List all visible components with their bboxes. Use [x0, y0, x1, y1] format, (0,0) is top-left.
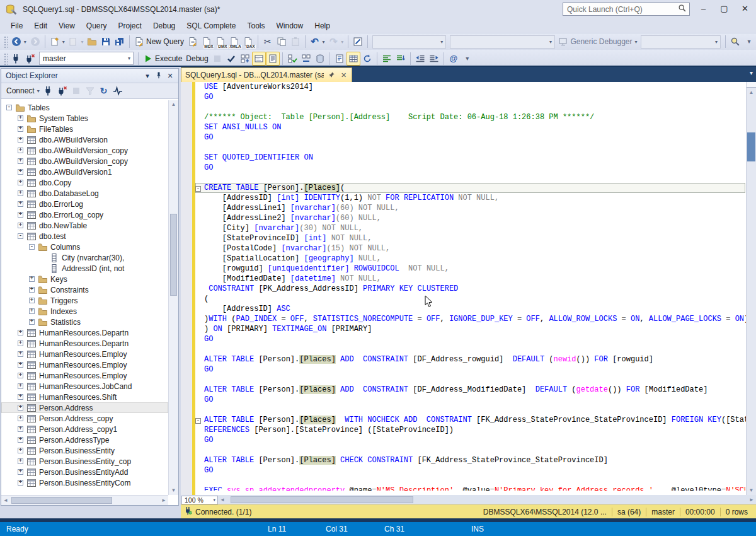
tree-item-keys[interactable]: +Keys: [1, 274, 168, 284]
tree-item-person-address-copy[interactable]: +Person.Address_copy: [1, 413, 168, 424]
expand-icon[interactable]: +: [29, 276, 35, 282]
tree-item-dbo-test[interactable]: -dbo.test: [1, 231, 168, 242]
specify-values-icon[interactable]: [238, 52, 252, 66]
expand-icon[interactable]: +: [18, 373, 23, 378]
collapse-icon[interactable]: -: [29, 244, 35, 250]
live-stats-icon[interactable]: [299, 52, 313, 66]
code-line[interactable]: -CREATE TABLE [Person].[Places](: [195, 183, 745, 193]
tree-item-dbo-errorlog-copy[interactable]: +dbo.ErrorLog_copy: [1, 209, 168, 220]
scroll-up-icon[interactable]: ▲: [747, 88, 756, 97]
code-line[interactable]: [195, 344, 745, 354]
collapse-region-icon[interactable]: -: [195, 186, 201, 192]
expand-icon[interactable]: +: [18, 383, 23, 389]
expand-icon[interactable]: +: [18, 394, 23, 400]
generic-debugger-button[interactable]: Generic Debugger▾: [557, 35, 639, 49]
expand-icon[interactable]: +: [18, 330, 23, 335]
expand-icon[interactable]: +: [18, 405, 23, 411]
expand-icon[interactable]: +: [18, 148, 23, 153]
code-line[interactable]: GO: [195, 132, 745, 143]
code-line[interactable]: CONSTRAINT [PK_Address_AddressID] PRIMAR…: [195, 284, 745, 294]
mdx-query-icon[interactable]: MDX: [200, 35, 214, 49]
code-line[interactable]: [195, 445, 745, 455]
code-line[interactable]: GO: [195, 395, 745, 405]
decrease-indent-icon[interactable]: [413, 52, 427, 66]
results-to-grid-icon[interactable]: [346, 52, 360, 66]
actual-plan-icon[interactable]: [252, 52, 266, 66]
expand-icon[interactable]: +: [18, 223, 23, 228]
tree-item-person-businessentityadd[interactable]: +Person.BusinessEntityAdd: [1, 467, 168, 477]
tree-item-statistics[interactable]: +Statistics: [1, 317, 168, 327]
tree-item-person-addresstype[interactable]: +Person.AddressType: [1, 434, 168, 445]
filter-icon[interactable]: [83, 84, 97, 98]
tree-item-humanresources-employ[interactable]: +HumanResources.Employ: [1, 370, 168, 381]
expand-icon[interactable]: +: [18, 201, 23, 207]
menu-item-sql-complete[interactable]: SQL Complete: [181, 19, 241, 33]
activity-monitor-icon[interactable]: [111, 84, 125, 98]
database-combo[interactable]: master▾: [39, 52, 134, 65]
menu-item-tools[interactable]: Tools: [242, 19, 271, 33]
scroll-down-icon[interactable]: ▼: [747, 486, 756, 495]
toolbar-combo-2[interactable]: ▾: [450, 35, 555, 49]
code-line[interactable]: (: [195, 294, 745, 304]
tree-item-humanresources-employ[interactable]: +HumanResources.Employ: [1, 359, 168, 370]
code-line[interactable]: [PostalCode] [nvarchar](15) NOT NULL,: [195, 243, 745, 253]
expand-icon[interactable]: +: [18, 362, 23, 368]
open-file-icon[interactable]: [85, 35, 99, 49]
results-to-text-icon[interactable]: [333, 52, 346, 66]
sql-complete-refactor-icon[interactable]: [351, 35, 365, 49]
expand-icon[interactable]: +: [18, 426, 23, 432]
window-position-icon[interactable]: ▾: [142, 72, 153, 80]
dax-query-icon[interactable]: DAX: [241, 35, 255, 49]
zoom-combo[interactable]: 100 % ▾: [181, 496, 218, 504]
intellisense-icon[interactable]: [266, 52, 280, 66]
expand-icon[interactable]: +: [18, 137, 23, 143]
expand-icon[interactable]: +: [18, 190, 23, 196]
tree-item-dbo-awbuildversion-copy[interactable]: +dbo.AWBuildVersion_copy: [1, 145, 168, 156]
scrollbar-thumb[interactable]: [170, 214, 177, 296]
tree-item-addressid-int-not[interactable]: AddressID (int, not: [1, 263, 168, 274]
tree-item-person-businessentitycom[interactable]: +Person.BusinessEntityCom: [1, 477, 168, 488]
code-line[interactable]: [195, 143, 745, 153]
refresh-icon[interactable]: ↻: [97, 84, 111, 98]
code-line[interactable]: [rowguid] [uniqueidentifier] ROWGUIDCOL …: [195, 264, 745, 274]
code-line[interactable]: -ALTER TABLE [Person].[Places] WITH NOCH…: [195, 415, 745, 425]
new-project-icon[interactable]: ▾: [48, 35, 67, 49]
code-line[interactable]: GO: [195, 163, 745, 173]
scroll-down-icon[interactable]: ▼: [169, 486, 178, 495]
menu-item-file[interactable]: File: [5, 19, 28, 33]
tree-item-humanresources-jobcand[interactable]: +HumanResources.JobCand: [1, 381, 168, 392]
expand-icon[interactable]: +: [18, 212, 23, 218]
code-line[interactable]: [AddressID] [int] IDENTITY(1,1) NOT FOR …: [195, 193, 745, 203]
code-line[interactable]: GO: [195, 465, 745, 475]
scrollbar-thumb[interactable]: [747, 132, 755, 161]
query-options-icon[interactable]: [313, 52, 327, 66]
code-line[interactable]: [AddressLine1] [nvarchar](60) NOT NULL,: [195, 203, 745, 213]
save-icon[interactable]: [99, 35, 113, 49]
code-line[interactable]: [City] [nvarchar](30) NOT NULL,: [195, 223, 745, 233]
tree-item-constraints[interactable]: +Constraints: [1, 284, 168, 295]
code-line[interactable]: [SpatialLocation] [geography] NULL,: [195, 253, 745, 264]
estimated-plan-icon[interactable]: [285, 52, 299, 66]
code-line[interactable]: USE [AdventureWorks2014]: [195, 82, 745, 92]
tree-item-dbo-copy[interactable]: +dbo.Copy: [1, 177, 168, 188]
tree-item-tables[interactable]: -Tables: [1, 102, 168, 113]
tree-item-dbo-errorlog[interactable]: +dbo.ErrorLog: [1, 199, 168, 209]
toolbar-grip[interactable]: [3, 35, 8, 48]
toolbar-combo-1[interactable]: ▾: [372, 35, 446, 49]
code-line[interactable]: )WITH (PAD_INDEX = OFF, STATISTICS_NOREC…: [195, 314, 745, 324]
tree-item-indexes[interactable]: +Indexes: [1, 306, 168, 317]
close-button[interactable]: ✕: [735, 0, 755, 17]
tree-item-humanresources-departn[interactable]: +HumanResources.Departn: [1, 338, 168, 349]
code-line[interactable]: [195, 475, 745, 486]
active-files-dropdown-icon[interactable]: ▾: [750, 69, 753, 76]
object-explorer-header[interactable]: Object Explorer ▾ ✕: [1, 69, 178, 83]
code-line[interactable]: [StateProvinceID] [int] NOT NULL,: [195, 233, 745, 243]
tab-close-icon[interactable]: ✕: [340, 71, 348, 79]
nav-back-icon[interactable]: ▾: [9, 35, 28, 49]
expand-icon[interactable]: +: [18, 416, 23, 421]
code-line[interactable]: SET ANSI_NULLS ON: [195, 122, 745, 132]
comment-selection-icon[interactable]: [380, 52, 394, 66]
code-line[interactable]: ALTER TABLE [Person].[Places] ADD CONSTR…: [195, 354, 745, 364]
cut-icon[interactable]: ✂: [261, 35, 275, 49]
menu-item-edit[interactable]: Edit: [28, 19, 53, 33]
